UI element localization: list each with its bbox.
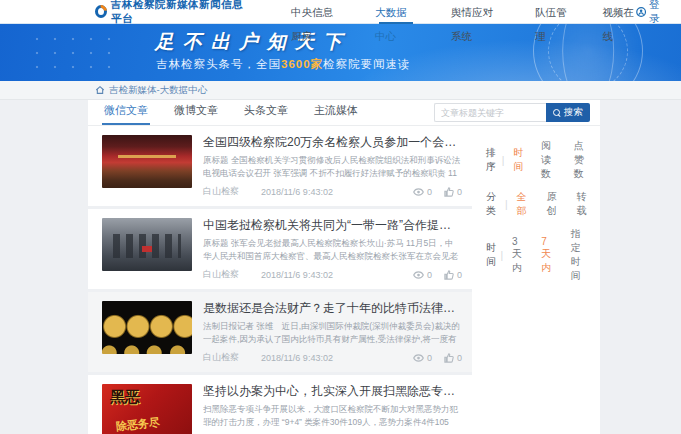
filter-category: 分类 | 全部 原创 转载 <box>486 190 607 218</box>
article-excerpt: 原标题 全国检察机关学习贯彻修改后人民检察院组织法和刑事诉讼法电视电话会议召开 … <box>203 154 462 180</box>
logo[interactable]: 吉林检察院新媒体新闻信息平台 <box>95 0 243 26</box>
banner-subtitle-prefix: 吉林检察头条号，全国 <box>156 58 281 70</box>
home-icon <box>95 85 105 95</box>
tab-mainstream-media[interactable]: 主流媒体 <box>312 103 360 125</box>
banner-headline: 足不出户知天下 <box>155 29 351 55</box>
thumbs-up-icon <box>444 187 454 197</box>
nav-item-central-kitchen[interactable]: 中央信息厨房 <box>291 0 341 24</box>
filter-time-custom[interactable]: 指定时间 <box>570 227 589 283</box>
nav-item-opinion-response[interactable]: 舆情应对系统 <box>451 0 501 24</box>
article-thumbnail <box>102 384 192 434</box>
article-title[interactable]: 中国老挝检察机关将共同为“一带一路”合作提供法治服务 <box>203 218 462 233</box>
article-main: 坚持以办案为中心，扎实深入开展扫黑除恶专项斗争 扫黑除恶专项斗争开展以来，大渡口… <box>203 384 462 434</box>
article-stats: 0 0 <box>413 270 462 280</box>
banner-graphic <box>28 32 118 76</box>
article-excerpt: 扫黑除恶专项斗争开展以来，大渡口区检察院不断加大对黑恶势力犯罪的打击力度，办理 … <box>203 403 462 429</box>
filter-category-all[interactable]: 全部 <box>517 190 530 218</box>
views-stat: 0 <box>413 187 432 197</box>
article-thumbnail <box>102 135 192 188</box>
search-box: 搜索 <box>434 103 590 122</box>
tab-wechat-articles[interactable]: 微信文章 <box>102 103 150 125</box>
filter-label: 时间 <box>486 241 498 269</box>
views-count: 0 <box>427 187 432 197</box>
main-nav: 中央信息厨房 大数据中心 舆情应对系统 队伍管理 视频在线 <box>291 0 636 24</box>
article-source: 白山检察 <box>203 268 239 281</box>
thumbs-up-icon <box>444 270 454 280</box>
filter-sort-likes[interactable]: 点赞数 <box>574 139 590 181</box>
article-excerpt: 法制日报记者 张维 近日,由深圳国际仲裁院(深圳仲裁委员会)裁决的一起案件,因为… <box>203 320 462 346</box>
filter-time: 时间 | 3天内 7天内 指定时间 <box>486 227 607 283</box>
filter-sort: 排序 | 时间 阅读数 点赞数 <box>486 139 607 181</box>
login-label: 登录 <box>649 0 667 26</box>
logo-icon <box>95 5 107 18</box>
article-source: 白山检察 <box>203 185 239 198</box>
filter-divider: | <box>500 250 503 261</box>
likes-count: 0 <box>457 187 462 197</box>
filter-time-3days[interactable]: 3天内 <box>512 236 524 275</box>
article-date: 2018/11/6 9:43:02 <box>261 187 333 197</box>
filter-divider: | <box>505 199 508 210</box>
filter-divider: | <box>502 155 505 166</box>
article-row[interactable]: 全国四级检察院20万余名检察人员参加一个会，就为共同做好这件大事儿！ 原标题 全… <box>88 126 472 209</box>
article-meta: 白山检察 2018/11/6 9:43:02 0 <box>203 185 462 198</box>
eye-icon <box>413 188 424 196</box>
article-main: 中国老挝检察机关将共同为“一带一路”合作提供法治服务 原标题 张军会见老挝最高人… <box>203 218 462 281</box>
filter-category-original[interactable]: 原创 <box>547 190 560 218</box>
article-title[interactable]: 全国四级检察院20万余名检察人员参加一个会，就为共同做好这件大事儿！ <box>203 135 462 150</box>
article-thumbnail <box>102 218 192 271</box>
views-count: 0 <box>427 270 432 280</box>
views-stat: 0 <box>413 270 432 280</box>
filter-panel: 排序 | 时间 阅读数 点赞数 分类 | 全部 原创 转载 时间 | 3天内 <box>472 126 607 434</box>
search-button[interactable]: 搜索 <box>546 103 590 122</box>
article-stats: 0 0 <box>413 353 462 363</box>
tab-weibo-articles[interactable]: 微博文章 <box>172 103 220 125</box>
likes-stat[interactable]: 0 <box>444 270 462 280</box>
filter-category-repost[interactable]: 转载 <box>577 190 590 218</box>
nav-item-big-data-center[interactable]: 大数据中心 <box>375 0 417 24</box>
login-button[interactable]: 登录 <box>636 0 667 26</box>
hero-banner: 足不出户知天下 吉林检察头条号，全国3600家检察院要闻速读 <box>0 24 681 81</box>
views-stat: 0 <box>413 353 432 363</box>
page: 吉林检察院新媒体新闻信息平台 中央信息厨房 大数据中心 舆情应对系统 队伍管理 … <box>0 0 681 434</box>
likes-stat[interactable]: 0 <box>444 187 462 197</box>
filter-sort-reads[interactable]: 阅读数 <box>541 139 557 181</box>
filter-label: 排序 <box>486 146 500 174</box>
breadcrumb: 吉检新媒体-大数据中心 <box>0 81 681 100</box>
nav-item-video-online[interactable]: 视频在线 <box>602 0 635 24</box>
views-count: 0 <box>427 353 432 363</box>
breadcrumb-label: 吉检新媒体-大数据中心 <box>109 84 207 97</box>
filter-time-7days[interactable]: 7天内 <box>541 236 553 275</box>
article-title[interactable]: 是数据还是合法财产？走了十年的比特币法律属性亟待明确 <box>203 301 462 316</box>
article-title[interactable]: 坚持以办案为中心，扎实深入开展扫黑除恶专项斗争 <box>203 384 462 399</box>
banner-subtitle-highlight: 3600家 <box>281 58 323 70</box>
search-icon <box>553 109 561 117</box>
logo-text: 吉林检察院新媒体新闻信息平台 <box>111 0 243 26</box>
content-body: 全国四级检察院20万余名检察人员参加一个会，就为共同做好这件大事儿！ 原标题 全… <box>88 126 600 434</box>
nav-item-team-management[interactable]: 队伍管理 <box>535 0 568 24</box>
article-excerpt: 原标题 张军会见老挝最高人民检察院检察长坎山·苏马 11月5日，中华人民共和国首… <box>203 237 462 263</box>
filter-label: 分类 <box>486 190 503 218</box>
search-input[interactable] <box>434 103 546 122</box>
likes-count: 0 <box>457 270 462 280</box>
article-list: 全国四级检察院20万余名检察人员参加一个会，就为共同做好这件大事儿！ 原标题 全… <box>88 126 472 434</box>
article-source: 白山检察 <box>203 351 239 364</box>
article-meta: 白山检察 2018/11/6 9:43:02 0 <box>203 268 462 281</box>
top-navbar: 吉林检察院新媒体新闻信息平台 中央信息厨房 大数据中心 舆情应对系统 队伍管理 … <box>0 0 681 24</box>
article-row[interactable]: 是数据还是合法财产？走了十年的比特币法律属性亟待明确 法制日报记者 张维 近日,… <box>88 292 472 375</box>
banner-subtitle-suffix: 检察院要闻速读 <box>323 58 411 70</box>
article-row[interactable]: 中国老挝检察机关将共同为“一带一路”合作提供法治服务 原标题 张军会见老挝最高人… <box>88 209 472 292</box>
article-date: 2018/11/6 9:43:02 <box>261 353 333 363</box>
search-button-label: 搜索 <box>564 106 583 119</box>
likes-stat[interactable]: 0 <box>444 353 462 363</box>
tabs-bar: 微信文章 微博文章 头条文章 主流媒体 搜索 <box>88 100 600 126</box>
content-panel: 微信文章 微博文章 头条文章 主流媒体 搜索 全国四级检察院20万余名检察 <box>88 100 600 434</box>
article-row[interactable]: 坚持以办案为中心，扎实深入开展扫黑除恶专项斗争 扫黑除恶专项斗争开展以来，大渡口… <box>88 375 472 434</box>
tabs: 微信文章 微博文章 头条文章 主流媒体 <box>102 103 360 125</box>
filter-sort-time[interactable]: 时间 <box>513 146 524 174</box>
tab-toutiao-articles[interactable]: 头条文章 <box>242 103 290 125</box>
article-date: 2018/11/6 9:43:02 <box>261 270 333 280</box>
article-meta: 白山检察 2018/11/6 9:43:02 0 <box>203 351 462 364</box>
article-stats: 0 0 <box>413 187 462 197</box>
banner-subtitle: 吉林检察头条号，全国3600家检察院要闻速读 <box>156 57 411 72</box>
user-icon <box>636 6 646 18</box>
